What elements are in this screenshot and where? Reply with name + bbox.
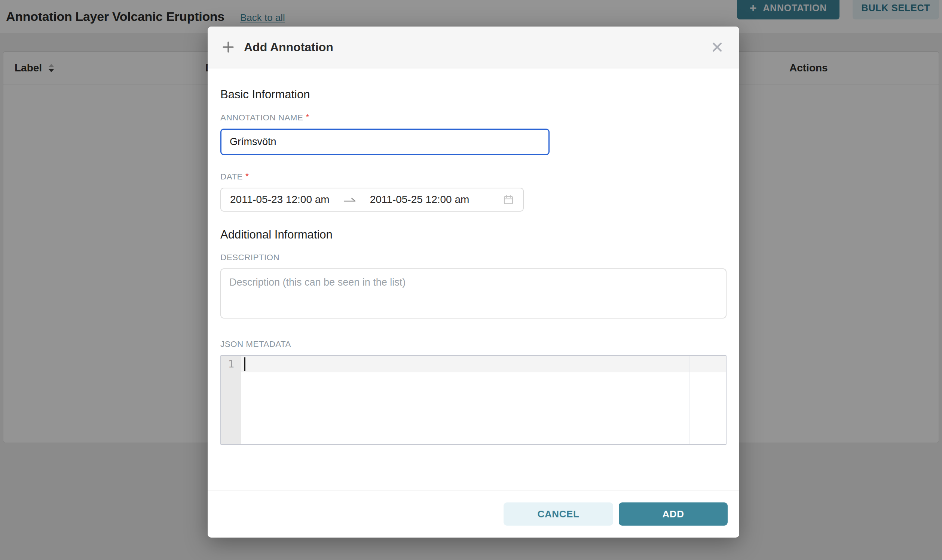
modal-footer: CANCEL ADD xyxy=(208,490,739,538)
calendar-icon xyxy=(503,194,514,205)
editor-text-cursor xyxy=(244,357,245,371)
date-range-picker[interactable]: 2011-05-23 12:00 am 2011-05-25 12:00 am xyxy=(220,188,524,212)
section-heading-basic: Basic Information xyxy=(220,88,726,101)
plus-icon xyxy=(222,41,234,54)
arrow-right-icon xyxy=(343,195,356,204)
editor-line-number: 1 xyxy=(221,356,241,372)
modal-title: Add Annotation xyxy=(244,40,333,54)
date-label: DATE* xyxy=(220,172,726,182)
add-button[interactable]: ADD xyxy=(619,502,728,526)
annotation-name-input[interactable] xyxy=(220,129,550,155)
modal-body: Basic Information ANNOTATION NAME* DATE*… xyxy=(208,68,739,490)
add-annotation-modal: Add Annotation Basic Information ANNOTAT… xyxy=(208,26,739,538)
annotation-name-label: ANNOTATION NAME* xyxy=(220,112,726,123)
date-label-text: DATE xyxy=(220,172,243,181)
modal-header: Add Annotation xyxy=(208,26,739,68)
description-textarea[interactable] xyxy=(220,268,726,318)
section-heading-additional: Additional Information xyxy=(220,228,726,242)
description-label: DESCRIPTION xyxy=(220,253,726,262)
cancel-button[interactable]: CANCEL xyxy=(504,502,613,526)
editor-print-margin xyxy=(689,356,689,444)
annotation-name-label-text: ANNOTATION NAME xyxy=(220,113,303,122)
date-start-value[interactable]: 2011-05-23 12:00 am xyxy=(230,194,330,206)
editor-active-line xyxy=(241,356,726,372)
json-metadata-editor[interactable]: 1 xyxy=(220,355,726,445)
json-metadata-label: JSON METADATA xyxy=(220,340,726,349)
required-mark: * xyxy=(306,112,309,122)
close-icon[interactable] xyxy=(709,39,725,55)
screen: Annotation Layer Volcanic Eruptions Back… xyxy=(0,0,942,560)
required-mark: * xyxy=(245,172,249,181)
date-end-value[interactable]: 2011-05-25 12:00 am xyxy=(370,194,470,206)
